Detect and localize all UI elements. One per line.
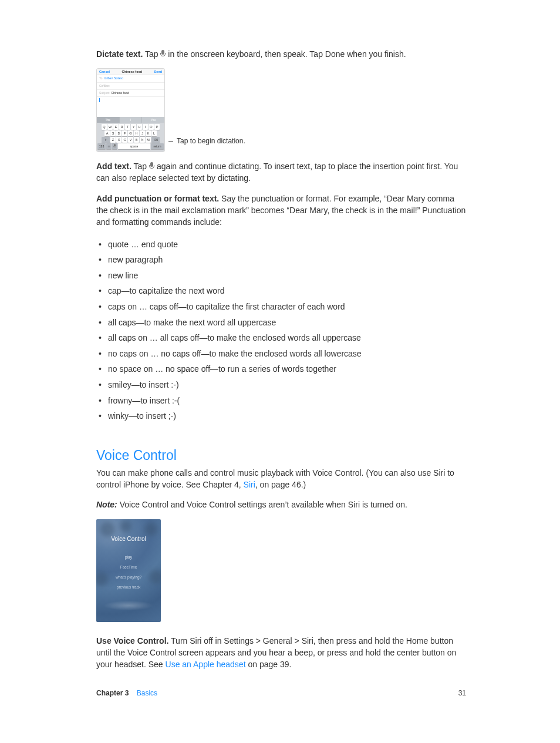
key-l[interactable]: L — [151, 130, 157, 136]
page-number: 31 — [458, 689, 466, 697]
list-item: all caps on … all caps off—to make the e… — [96, 330, 466, 346]
vc-item: FaceTime — [96, 565, 161, 569]
add-text-paragraph: Add text. Tap again and continue dictati… — [96, 160, 466, 184]
punctuation-label: Add punctuation or format text. — [96, 194, 219, 203]
key-y[interactable]: Y — [131, 124, 136, 130]
key-f[interactable]: F — [122, 130, 127, 136]
key-d[interactable]: D — [116, 130, 122, 136]
message-body[interactable] — [97, 97, 164, 117]
compose-title: Chinese food — [122, 70, 142, 73]
suggestion-bar: The I You — [97, 117, 164, 123]
voice-control-heading: Voice Control — [96, 448, 466, 463]
subject-field[interactable]: Subject: Chinese food — [97, 90, 164, 97]
dictation-key[interactable] — [112, 143, 117, 149]
compose-header: Cancel Chinese food Send — [97, 69, 164, 75]
commands-list: quote … end quotenew paragraphnew lineca… — [96, 237, 466, 424]
iphone-frame: Cancel Chinese food Send To: Gilbert Sol… — [96, 68, 165, 152]
list-item: quote … end quote — [96, 237, 466, 253]
dictate-post: in the onscreen keyboard, then speak. Ta… — [166, 49, 406, 59]
key-k[interactable]: K — [146, 130, 151, 136]
suggestion[interactable]: You — [142, 117, 164, 123]
dictate-label: Dictate text. — [96, 49, 143, 59]
key-u[interactable]: U — [137, 124, 142, 130]
key-o[interactable]: O — [149, 124, 154, 130]
punctuation-paragraph: Add punctuation or format text. Say the … — [96, 193, 466, 228]
text-cursor — [99, 98, 100, 102]
key-n[interactable]: N — [140, 137, 145, 143]
iphone-compose-figure: Cancel Chinese food Send To: Gilbert Sol… — [96, 68, 466, 152]
key-b[interactable]: B — [134, 137, 139, 143]
add-text-label: Add text. — [96, 162, 131, 171]
suggestion[interactable]: The — [97, 117, 120, 123]
return-key[interactable]: return — [151, 143, 164, 149]
list-item: frowny—to insert :-( — [96, 393, 466, 409]
dictate-paragraph: Dictate text. Tap in the onscreen keyboa… — [96, 48, 466, 60]
key-v[interactable]: V — [128, 137, 133, 143]
use-voice-control-paragraph: Use Voice Control. Turn Siri off in Sett… — [96, 635, 466, 671]
cc-field[interactable]: Cc/Bcc: — [97, 83, 164, 90]
use-vc-label: Use Voice Control. — [96, 636, 168, 645]
list-item: caps on … caps off—to capitalize the fir… — [96, 299, 466, 315]
vc-item: previous track — [96, 585, 161, 589]
key-s[interactable]: S — [110, 130, 116, 136]
key-w[interactable]: W — [107, 124, 113, 130]
key-h[interactable]: H — [134, 130, 139, 136]
list-item: new line — [96, 268, 466, 284]
list-item: no caps on … no caps off—to make the enc… — [96, 346, 466, 362]
add-text-pre: Tap — [131, 162, 149, 171]
suggestion[interactable]: I — [120, 117, 143, 123]
dictate-pre: Tap — [143, 49, 160, 59]
callout-leader-line — [168, 141, 173, 142]
keyboard: QWERTYUIOP ASDFGHJKL ⇧ZXCVBNM⌫ 123 ☺ spa… — [97, 123, 164, 152]
list-item: smiley—to insert :-) — [96, 377, 466, 393]
document-page: Dictate text. Tap in the onscreen keyboa… — [0, 0, 560, 743]
key-z[interactable]: Z — [110, 137, 116, 143]
note-label: Note: — [96, 500, 117, 509]
chapter-label: Chapter 3 — [96, 689, 129, 697]
key-r[interactable]: R — [119, 124, 124, 130]
space-key[interactable]: space — [118, 143, 150, 149]
send-button[interactable]: Send — [154, 70, 162, 73]
microphone-icon — [113, 144, 116, 149]
key-q[interactable]: Q — [102, 124, 107, 130]
key-g[interactable]: G — [128, 130, 133, 136]
microphone-icon — [149, 162, 154, 170]
list-item: winky—to insert ;-) — [96, 408, 466, 424]
list-item: all caps—to make the next word all upper… — [96, 315, 466, 331]
page-footer: Chapter 3 Basics 31 — [96, 689, 466, 697]
numbers-key[interactable]: 123 — [97, 143, 106, 149]
siri-link[interactable]: Siri — [244, 480, 255, 489]
callout-text: Tap to begin dictation. — [177, 137, 245, 145]
voice-control-intro: You can make phone calls and control mus… — [96, 467, 466, 491]
backspace-key[interactable]: ⌫ — [151, 137, 160, 143]
key-a[interactable]: A — [104, 130, 110, 136]
list-item: cap—to capitalize the next word — [96, 283, 466, 299]
apple-headset-link[interactable]: Use an Apple headset — [166, 660, 246, 669]
to-field[interactable]: To: Gilbert Solano — [97, 75, 164, 82]
emoji-key[interactable]: ☺ — [106, 143, 112, 149]
vc-item: play — [96, 555, 161, 559]
key-m[interactable]: M — [146, 137, 151, 143]
voice-control-note: Note: Voice Control and Voice Control se… — [96, 499, 466, 510]
shift-key[interactable]: ⇧ — [102, 137, 110, 143]
chapter-info: Chapter 3 Basics — [96, 689, 157, 697]
key-p[interactable]: P — [154, 124, 160, 130]
key-x[interactable]: X — [116, 137, 122, 143]
note-body: Voice Control and Voice Control settings… — [117, 500, 407, 509]
key-t[interactable]: T — [125, 124, 130, 130]
key-i[interactable]: I — [143, 124, 148, 130]
list-item: new paragraph — [96, 252, 466, 268]
key-e[interactable]: E — [113, 124, 119, 130]
list-item: no space on … no space off—to run a seri… — [96, 361, 466, 377]
key-c[interactable]: C — [122, 137, 127, 143]
voice-control-screenshot: Voice Control play FaceTime what's playi… — [96, 519, 161, 622]
chapter-name: Basics — [137, 689, 157, 697]
microphone-icon — [160, 50, 166, 58]
key-j[interactable]: J — [140, 130, 145, 136]
cancel-button[interactable]: Cancel — [99, 70, 110, 73]
